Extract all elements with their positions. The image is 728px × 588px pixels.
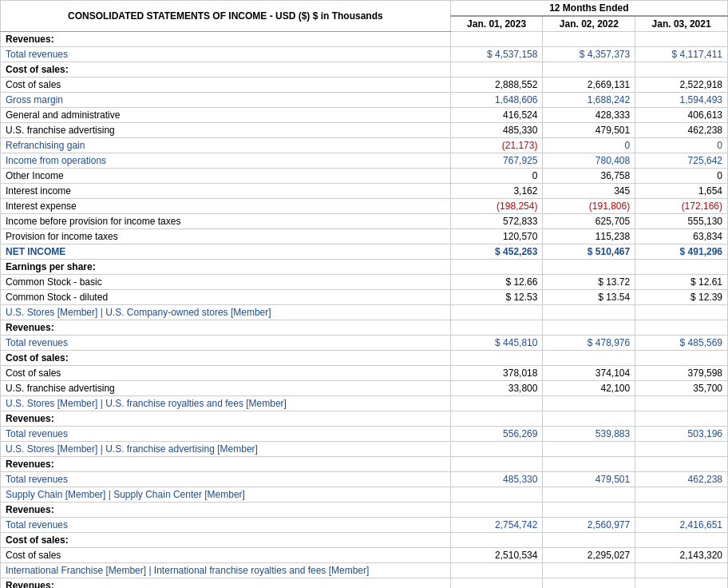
row-value-col-1: 378,018	[450, 366, 543, 381]
row-value-col-2: 479,501	[543, 472, 635, 487]
row-label: Total revenues	[1, 47, 451, 62]
row-label: NET INCOME	[1, 244, 451, 260]
table-row: Common Stock - basic$ 12.66$ 13.72$ 12.6…	[1, 275, 728, 290]
row-value-col-2: $ 510,467	[543, 244, 635, 260]
row-value-col-1	[450, 487, 543, 503]
row-value-col-2	[543, 351, 635, 366]
row-value-col-1	[450, 305, 543, 320]
row-value-col-2	[543, 320, 635, 336]
row-value-col-3: 0	[635, 169, 728, 184]
row-value-col-2: $ 13.72	[543, 275, 635, 290]
table-row: U.S. Stores [Member] | U.S. franchise ro…	[1, 396, 728, 411]
row-value-col-1	[450, 457, 543, 472]
row-value-col-1: 0	[450, 169, 543, 184]
row-value-col-1	[450, 563, 543, 578]
row-label: Common Stock - diluted	[1, 290, 451, 305]
row-value-col-1: 1,648,606	[450, 93, 543, 108]
table-row: Revenues:	[1, 578, 728, 589]
row-value-col-3	[635, 442, 728, 457]
row-value-col-3: 2,143,320	[635, 548, 728, 563]
row-value-col-3: $ 4,117,411	[635, 47, 728, 62]
row-value-col-2: $ 478,976	[543, 336, 635, 351]
table-row: Common Stock - diluted$ 12.53$ 13.54$ 12…	[1, 290, 728, 305]
row-value-col-2	[543, 411, 635, 427]
row-value-col-2	[543, 578, 635, 589]
table-row: Cost of sales:	[1, 533, 728, 548]
row-value-col-2: 374,104	[543, 366, 635, 381]
table-row: Supply Chain [Member] | Supply Chain Cen…	[1, 487, 728, 503]
row-value-col-3: 462,238	[635, 472, 728, 487]
row-value-col-2: 2,669,131	[543, 77, 635, 93]
row-value-col-1: $ 12.66	[450, 275, 543, 290]
date-col-1: Jan. 01, 2023	[450, 16, 543, 32]
row-label: Total revenues	[1, 336, 451, 351]
table-row: U.S. franchise advertising33,80042,10035…	[1, 381, 728, 396]
row-value-col-1: 485,330	[450, 472, 543, 487]
row-label: Cost of sales:	[1, 62, 451, 77]
row-label: Cost of sales:	[1, 533, 451, 548]
row-label: Total revenues	[1, 427, 451, 442]
row-value-col-3: 379,598	[635, 366, 728, 381]
row-value-col-3	[635, 411, 728, 427]
row-value-col-3: 1,654	[635, 184, 728, 199]
row-label: Provision for income taxes	[1, 229, 451, 244]
table-row: Cost of sales:	[1, 62, 728, 77]
row-value-col-2: 0	[543, 138, 635, 153]
row-value-col-3	[635, 578, 728, 589]
row-value-col-2	[543, 305, 635, 320]
table-row: Earnings per share:	[1, 260, 728, 275]
row-value-col-1: 2,888,552	[450, 77, 543, 93]
table-row: Total revenues2,754,7422,560,9772,416,65…	[1, 518, 728, 533]
row-value-col-3	[635, 62, 728, 77]
row-label: Interest income	[1, 184, 451, 199]
row-value-col-1: 485,330	[450, 123, 543, 138]
row-value-col-2	[543, 62, 635, 77]
row-value-col-1: $ 445,810	[450, 336, 543, 351]
row-value-col-1	[450, 396, 543, 411]
financial-table-container: CONSOLIDATED STATEMENTS OF INCOME - USD …	[0, 0, 728, 588]
row-label: U.S. franchise advertising	[1, 123, 451, 138]
row-value-col-1	[450, 503, 543, 518]
table-row: Revenues:	[1, 457, 728, 472]
table-row: U.S. franchise advertising485,330479,501…	[1, 123, 728, 138]
row-value-col-3: 0	[635, 138, 728, 153]
row-value-col-2	[543, 503, 635, 518]
table-row: Cost of sales2,510,5342,295,0272,143,320	[1, 548, 728, 563]
row-value-col-3: 2,522,918	[635, 77, 728, 93]
row-value-col-2: 539,883	[543, 427, 635, 442]
table-row: Interest income3,1623451,654	[1, 184, 728, 199]
row-value-col-2: 625,705	[543, 214, 635, 229]
row-label: Revenues:	[1, 32, 451, 47]
row-value-col-1: $ 452,263	[450, 244, 543, 260]
row-value-col-3	[635, 305, 728, 320]
row-value-col-3	[635, 351, 728, 366]
row-value-col-2: 345	[543, 184, 635, 199]
row-label: Cost of sales:	[1, 351, 451, 366]
row-value-col-2: 428,333	[543, 108, 635, 123]
row-value-col-3	[635, 457, 728, 472]
table-row: Cost of sales378,018374,104379,598	[1, 366, 728, 381]
table-row: U.S. Stores [Member] | U.S. Company-owne…	[1, 305, 728, 320]
row-value-col-1	[450, 32, 543, 47]
row-value-col-3: (172,166)	[635, 199, 728, 214]
row-label: Earnings per share:	[1, 260, 451, 275]
row-label: Revenues:	[1, 578, 451, 589]
row-value-col-3	[635, 260, 728, 275]
row-value-col-1	[450, 578, 543, 589]
row-value-col-1: 33,800	[450, 381, 543, 396]
row-label: Total revenues	[1, 472, 451, 487]
row-value-col-2: (191,806)	[543, 199, 635, 214]
row-value-col-1: 767,925	[450, 153, 543, 169]
row-value-col-1: $ 4,537,158	[450, 47, 543, 62]
row-value-col-3	[635, 533, 728, 548]
table-row: Interest expense(198,254)(191,806)(172,1…	[1, 199, 728, 214]
row-value-col-3: $ 12.61	[635, 275, 728, 290]
table-row: NET INCOME$ 452,263$ 510,467$ 491,296	[1, 244, 728, 260]
row-value-col-2: 2,295,027	[543, 548, 635, 563]
table-row: Refranchising gain(21,173)00	[1, 138, 728, 153]
row-value-col-3	[635, 487, 728, 503]
row-value-col-2: $ 4,357,373	[543, 47, 635, 62]
table-row: Revenues:	[1, 411, 728, 427]
table-row: Total revenues485,330479,501462,238	[1, 472, 728, 487]
date-col-3: Jan. 03, 2021	[635, 16, 728, 32]
